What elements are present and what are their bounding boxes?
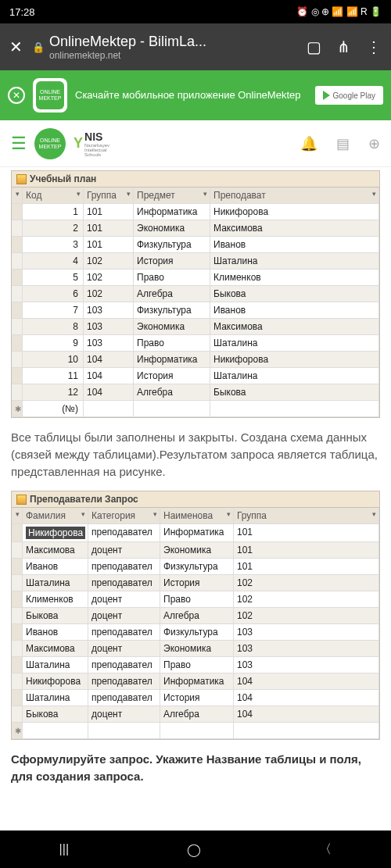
table-cell[interactable]: 104 <box>234 673 379 690</box>
table-cell[interactable]: 103 <box>234 624 379 641</box>
table-cell[interactable]: Право <box>134 270 210 286</box>
table-cell[interactable]: Шаталина <box>23 657 88 673</box>
table-cell[interactable]: Быкова <box>210 286 379 302</box>
table-cell[interactable]: Быкова <box>210 384 379 401</box>
globe-icon[interactable]: ⊕ <box>368 135 380 152</box>
table-cell[interactable]: 103 <box>84 335 134 352</box>
menu-icon[interactable]: ⋮ <box>366 38 382 56</box>
column-header[interactable]: Категория <box>88 508 160 524</box>
table-cell[interactable]: Алгебра <box>134 286 210 302</box>
table-cell[interactable]: 8 <box>23 319 84 335</box>
table-cell[interactable]: Никифорова <box>210 352 379 368</box>
new-row-selector[interactable] <box>12 723 23 739</box>
table-cell[interactable]: доцент <box>88 706 160 723</box>
share-icon[interactable]: ⋔ <box>337 38 350 56</box>
table-cell[interactable]: Быкова <box>23 608 88 624</box>
table-cell[interactable]: 2 <box>23 220 84 237</box>
table-cell[interactable]: Право <box>160 657 234 673</box>
table-cell[interactable]: Быкова <box>23 706 88 723</box>
table-cell[interactable]: преподавател <box>88 524 160 542</box>
row-selector[interactable] <box>12 608 23 624</box>
table-cell[interactable]: Шаталина <box>210 253 379 270</box>
row-selector[interactable] <box>12 384 23 401</box>
table-cell[interactable]: преподавател <box>88 673 160 690</box>
table-cell[interactable]: преподавател <box>88 575 160 591</box>
table-cell[interactable]: Шаталина <box>210 335 379 352</box>
table-cell[interactable]: 11 <box>23 368 84 384</box>
row-selector[interactable] <box>12 706 23 723</box>
table-cell[interactable]: Иванов <box>210 237 379 253</box>
promo-close-icon[interactable]: ✕ <box>8 87 25 104</box>
table-cell[interactable]: Иванов <box>210 302 379 319</box>
new-row-selector[interactable] <box>12 401 23 417</box>
table-cell[interactable]: 101 <box>84 220 134 237</box>
column-header[interactable]: Наименова <box>160 508 234 524</box>
table-cell[interactable]: Клименков <box>23 591 88 608</box>
bell-icon[interactable]: 🔔 <box>300 135 317 152</box>
table-cell[interactable]: Клименков <box>210 270 379 286</box>
table-cell[interactable]: Максимова <box>23 641 88 657</box>
table-cell[interactable]: преподавател <box>88 559 160 575</box>
table-cell[interactable]: (№) <box>23 401 84 417</box>
row-selector[interactable] <box>12 524 23 542</box>
table-cell[interactable]: 101 <box>234 559 379 575</box>
table-cell[interactable]: 101 <box>84 204 134 220</box>
column-header[interactable]: Преподават <box>210 188 379 204</box>
site-logo[interactable]: ONLINEMEKTEP <box>34 128 66 159</box>
row-selector[interactable] <box>12 220 23 237</box>
row-selector[interactable] <box>12 673 23 690</box>
bookmark-icon[interactable]: ▢ <box>307 38 321 56</box>
table-cell[interactable]: Экономика <box>160 641 234 657</box>
table-cell[interactable]: 12 <box>23 384 84 401</box>
table-cell[interactable]: Шаталина <box>23 575 88 591</box>
row-selector[interactable] <box>12 641 23 657</box>
row-selector[interactable] <box>12 204 23 220</box>
table-cell[interactable]: 1 <box>23 204 84 220</box>
table-cell[interactable]: Никифорова <box>210 204 379 220</box>
close-icon[interactable]: ✕ <box>9 38 23 56</box>
row-selector[interactable] <box>12 335 23 352</box>
table-cell[interactable]: Информатика <box>160 673 234 690</box>
column-header[interactable]: Код <box>23 188 84 204</box>
column-header[interactable]: Группа <box>234 508 379 524</box>
table-cell[interactable]: 101 <box>234 524 379 542</box>
table-cell[interactable]: 9 <box>23 335 84 352</box>
table-cell[interactable]: 3 <box>23 237 84 253</box>
row-selector[interactable] <box>12 368 23 384</box>
table-cell[interactable]: 102 <box>84 286 134 302</box>
table-cell[interactable]: 6 <box>23 286 84 302</box>
table-cell[interactable]: Максимова <box>23 542 88 559</box>
table-cell[interactable]: доцент <box>88 608 160 624</box>
row-selector-header[interactable] <box>12 508 23 524</box>
table-cell[interactable]: Физкультура <box>134 237 210 253</box>
table-cell[interactable]: История <box>160 690 234 706</box>
table-cell[interactable]: доцент <box>88 641 160 657</box>
row-selector[interactable] <box>12 591 23 608</box>
table-cell[interactable]: 104 <box>84 368 134 384</box>
column-header[interactable]: Группа <box>84 188 134 204</box>
table-cell[interactable]: 104 <box>84 352 134 368</box>
table-cell[interactable]: Алгебра <box>160 608 234 624</box>
row-selector-header[interactable] <box>12 188 23 204</box>
table-cell[interactable]: Право <box>160 591 234 608</box>
table-cell[interactable]: Физкультура <box>160 624 234 641</box>
table-cell[interactable]: 104 <box>84 384 134 401</box>
table-cell[interactable]: 103 <box>234 641 379 657</box>
table-cell[interactable]: 104 <box>234 706 379 723</box>
table-cell[interactable]: 7 <box>23 302 84 319</box>
table-cell[interactable]: Иванов <box>23 559 88 575</box>
table-cell[interactable]: Максимова <box>210 220 379 237</box>
table-cell[interactable]: Алгебра <box>134 384 210 401</box>
recent-apps-button[interactable]: ||| <box>59 842 69 856</box>
table-cell[interactable]: Шаталина <box>210 368 379 384</box>
table-cell[interactable]: 102 <box>234 575 379 591</box>
table-cell[interactable]: Никифорова <box>23 673 88 690</box>
table-cell[interactable]: История <box>134 253 210 270</box>
home-button[interactable]: ◯ <box>187 842 201 857</box>
table-cell[interactable]: Физкультура <box>134 302 210 319</box>
table-cell[interactable]: Физкультура <box>160 559 234 575</box>
table-cell[interactable]: История <box>160 575 234 591</box>
column-header[interactable]: Фамилия <box>23 508 88 524</box>
table-cell[interactable]: Экономика <box>160 542 234 559</box>
table-cell[interactable]: Алгебра <box>160 706 234 723</box>
